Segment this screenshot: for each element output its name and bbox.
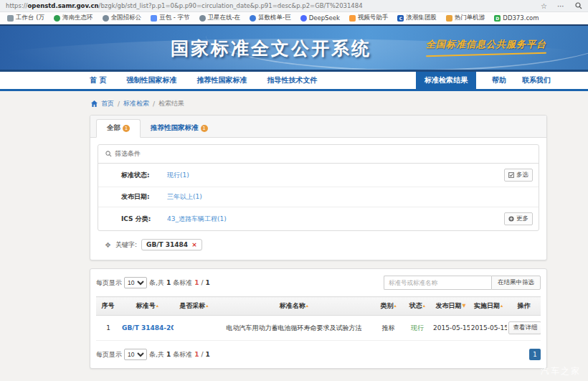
- bookmark-favicon: [7, 15, 14, 22]
- cell-impl-date: 2015-05-15: [470, 316, 508, 341]
- keyword-row: ❖ 关键字: GB/T 31484 ×: [105, 239, 539, 250]
- sort-caret: ▴: [156, 303, 158, 309]
- col-status[interactable]: 状态▴: [403, 297, 432, 316]
- nav-guiding-documents[interactable]: 指导性技术文件: [267, 75, 317, 85]
- nav-search-results[interactable]: 标准检索结果: [416, 72, 476, 89]
- refine-search-button[interactable]: 在结果中筛选: [491, 276, 541, 290]
- tab-count-badge: 1: [201, 125, 208, 132]
- col-index[interactable]: 序号: [96, 297, 120, 316]
- col-impl-date[interactable]: 实施日期▴: [470, 297, 508, 316]
- page-content: 首页 / 标准检索 / 检索结果 全部1 推荐性国家标准1 筛选条件 标准状态:: [0, 91, 588, 369]
- breadcrumb: 首页 / 标准检索 / 检索结果: [91, 99, 588, 108]
- bookmark-favicon: [151, 15, 157, 22]
- bookmark-label: 全国招标公: [111, 14, 142, 22]
- bookmark-label: DD373.com: [503, 14, 539, 22]
- filter-row-pubdate: 发布日期: 三年以上(1): [98, 187, 539, 207]
- multi-select-button[interactable]: 多选: [504, 169, 533, 182]
- col-name[interactable]: 标准名称▴: [214, 297, 374, 316]
- col-category[interactable]: 类别▴: [374, 297, 402, 316]
- bookmark-favicon: [300, 15, 307, 22]
- browser-url-bar[interactable]: https://openstd.samr.gov.cn/bzgk/gb/std_…: [0, 0, 588, 12]
- bookmark-favicon: [250, 15, 256, 22]
- remove-keyword-icon[interactable]: ×: [191, 241, 197, 248]
- slogan-text: 全国标准信息公共服务平台: [426, 38, 546, 51]
- plus-circle-icon: [508, 216, 514, 222]
- search-icon[interactable]: [575, 2, 582, 9]
- view-detail-button[interactable]: 查看详细: [508, 321, 541, 334]
- bookmark-label: 卫星在线-在: [208, 14, 241, 22]
- nav-help[interactable]: 帮助: [492, 72, 506, 89]
- bookmark-favicon: C: [397, 15, 404, 22]
- bookmark-item[interactable]: DDD373.com: [494, 14, 539, 22]
- filter-value-pubdate[interactable]: 三年以上(1): [167, 192, 202, 202]
- nav-recommended-standards[interactable]: 推荐性国家标准: [196, 75, 247, 85]
- filter-card: 全部1 推荐性国家标准1 筛选条件 标准状态: 现行(1) 多选: [90, 115, 547, 260]
- per-page-label: 每页显示: [96, 350, 122, 359]
- bookmark-item[interactable]: C浪潮集团股: [397, 14, 437, 22]
- filter-value-status[interactable]: 现行(1): [167, 171, 189, 180]
- bookmark-item[interactable]: 视频号助手: [349, 14, 389, 22]
- breadcrumb-home[interactable]: 首页: [101, 99, 114, 108]
- bookmark-label: 海南生态环: [62, 14, 93, 22]
- bookmark-label: 豆包 - 字节: [159, 14, 189, 22]
- total-count: 1: [166, 279, 171, 286]
- nav-home[interactable]: 首 页: [90, 75, 106, 85]
- status-badge: 现行: [411, 324, 424, 331]
- total-pages: 1: [205, 279, 209, 286]
- tab-recommended[interactable]: 推荐性国家标准1: [141, 120, 218, 137]
- pagination-page-1-button[interactable]: 1: [529, 349, 541, 360]
- per-page-select[interactable]: 10: [124, 277, 147, 288]
- per-page-mid: 条,共: [149, 278, 164, 288]
- bookmark-favicon: [349, 15, 356, 22]
- main-nav: 首 页 强制性国家标准 推荐性国家标准 指导性技术文件 标准检索结果 帮助 联系…: [0, 72, 588, 91]
- cell-index: 1: [96, 316, 120, 341]
- breadcrumb-separator: /: [118, 100, 120, 108]
- standard-number-link[interactable]: GB/T 31484-2015: [122, 324, 174, 331]
- results-table: 序号 标准号▴ 是否采标▴ 标准名称▴ 类别▴ 状态▴ 发布日期▼ 实施日期▴ …: [96, 296, 541, 341]
- bookmarks-bar: 工作台 (万 海南生态环 全国招标公 豆包 - 字节 卫星在线-在 算数榜单-巨…: [0, 12, 588, 24]
- filter-magnifier-icon: [105, 151, 112, 157]
- bookmark-star-icon[interactable]: ☆: [541, 2, 547, 10]
- tab-all[interactable]: 全部1: [96, 119, 141, 138]
- tab-label: 全部: [107, 123, 120, 133]
- sort-caret: ▴: [306, 303, 308, 309]
- col-action: 操作: [507, 297, 541, 316]
- nav-contact[interactable]: 联系我们: [522, 72, 551, 89]
- table-row: 1 GB/T 31484-2015 电动汽车用动力蓄电池循环寿命要求及试验方法 …: [96, 316, 541, 341]
- keyword-label: 关键字:: [115, 240, 137, 250]
- filter-title-text: 筛选条件: [115, 149, 141, 159]
- bookmark-item[interactable]: 豆包 - 字节: [151, 14, 189, 22]
- page-separator: /: [201, 351, 203, 358]
- per-page-mid: 条,共: [149, 350, 164, 359]
- bookmark-item[interactable]: 全国招标公: [103, 14, 142, 22]
- breadcrumb-separator: /: [153, 100, 155, 108]
- watermark: 汽车之家: [541, 365, 581, 377]
- browser-menu-icon[interactable]: ⋯: [557, 2, 565, 10]
- slogan-underline: [426, 52, 546, 57]
- tab-count-badge: 1: [123, 125, 130, 132]
- url-text[interactable]: https://openstd.samr.gov.cn/bzgk/gb/std_…: [6, 2, 363, 9]
- per-page-suffix: 条标准: [173, 278, 192, 288]
- bookmark-item[interactable]: DeepSeek: [300, 14, 340, 22]
- refine-search-input[interactable]: [384, 276, 491, 290]
- sort-caret: ▴: [394, 303, 397, 309]
- filter-label: 标准状态:: [121, 171, 167, 180]
- bookmark-item[interactable]: 海南生态环: [54, 14, 93, 22]
- sort-caret: ▴: [501, 303, 503, 309]
- bookmark-item[interactable]: 热门单机游: [446, 14, 485, 22]
- filter-box: 筛选条件 标准状态: 现行(1) 多选 发布日期: 三年以上(1): [98, 144, 539, 231]
- nav-mandatory-standards[interactable]: 强制性国家标准: [126, 75, 176, 85]
- bookmark-item[interactable]: 工作台 (万: [7, 14, 44, 22]
- bookmark-item[interactable]: 卫星在线-在: [199, 14, 241, 22]
- breadcrumb-search[interactable]: 标准检索: [123, 99, 149, 108]
- col-adopted[interactable]: 是否采标▴: [174, 297, 214, 316]
- more-button[interactable]: 更多: [504, 212, 533, 225]
- col-std-no[interactable]: 标准号▴: [120, 297, 174, 316]
- bookmark-label: DeepSeek: [309, 14, 340, 22]
- tab-label: 推荐性国家标准: [151, 123, 199, 133]
- cell-category: 推标: [374, 316, 402, 341]
- per-page-select-bottom[interactable]: 10: [124, 349, 147, 360]
- col-pub-date[interactable]: 发布日期▼: [432, 297, 470, 316]
- bookmark-item[interactable]: 算数榜单-巨: [250, 14, 291, 22]
- filter-value-ics[interactable]: 43_道路车辆工程(1): [167, 215, 227, 224]
